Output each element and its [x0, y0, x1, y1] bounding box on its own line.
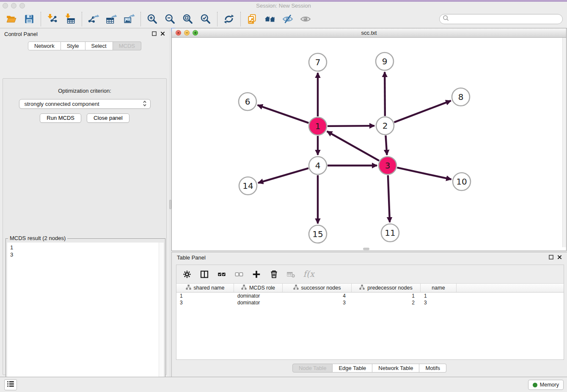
import-network-icon[interactable] [45, 12, 60, 26]
graph-edge-1-2[interactable] [328, 126, 374, 126]
table-settings-icon[interactable] [180, 267, 194, 282]
table-cell[interactable]: 2 [352, 300, 421, 306]
export-network-icon[interactable] [86, 12, 101, 26]
open-session-icon[interactable] [4, 12, 19, 26]
zoom-selected-icon[interactable] [198, 12, 213, 26]
network-window-title: scc.txt [361, 30, 377, 36]
tab-network[interactable]: Network [28, 41, 61, 50]
table-cell[interactable]: 3 [176, 300, 234, 306]
table-cell[interactable]: 1 [421, 293, 457, 299]
graph-edge-3-11[interactable] [388, 175, 390, 222]
graph-edge-2-9[interactable] [385, 72, 385, 116]
graph-edge-3-1[interactable] [327, 131, 379, 160]
float-panel-icon[interactable] [152, 31, 157, 37]
network-minimize-icon[interactable] [184, 30, 190, 36]
main-toolbar [0, 10, 567, 28]
toolbar-separator [240, 12, 241, 26]
tree-sort-icon [293, 284, 299, 291]
mcds-result-list[interactable]: 13 [7, 243, 164, 392]
toolbar-separator [217, 12, 217, 26]
column-header-predecessor-nodes[interactable]: predecessor nodes [352, 284, 421, 292]
delete-column-icon[interactable] [267, 267, 281, 282]
table-row[interactable]: 3dominator323 [176, 299, 564, 306]
column-header-shared-name[interactable]: shared name [176, 284, 234, 292]
tab-motifs[interactable]: Motifs [419, 364, 446, 373]
clone-network-icon[interactable] [245, 12, 259, 26]
show-graphics-details-icon[interactable] [298, 12, 313, 26]
import-table-icon[interactable] [63, 12, 77, 26]
graph-node-label: 7 [315, 57, 321, 67]
graph-edge-4-14[interactable] [258, 168, 308, 183]
tree-sort-icon [186, 284, 191, 291]
tab-node-table[interactable]: Node Table [292, 364, 333, 373]
network-horizontal-scrollbar[interactable] [363, 248, 369, 250]
add-column-icon[interactable] [249, 267, 264, 282]
close-table-panel-icon[interactable] [557, 254, 562, 261]
network-window-titlebar[interactable]: scc.txt [172, 28, 566, 38]
save-session-icon[interactable] [22, 12, 36, 26]
table-cell[interactable]: 1 [176, 293, 234, 299]
table-cell[interactable]: 4 [283, 293, 352, 299]
table-cell[interactable]: 3 [421, 300, 457, 306]
network-overview-icon[interactable] [263, 12, 277, 26]
zoom-out-icon[interactable] [163, 12, 177, 26]
graph-node-label: 3 [385, 160, 391, 171]
table-cell[interactable]: dominator [234, 293, 283, 299]
search-input[interactable] [449, 15, 560, 23]
graph-edge-2-3[interactable] [385, 135, 387, 155]
column-header-successor-nodes[interactable]: successor nodes [283, 284, 352, 292]
close-panel-icon[interactable] [160, 31, 165, 37]
table-toolbar: f(x) [176, 265, 564, 284]
mcds-result-node: 3 [7, 251, 164, 258]
hide-graphics-details-icon[interactable] [281, 12, 295, 26]
table-cell[interactable]: dominator [234, 300, 283, 306]
control-panel-tabs: NetworkStyleSelectMCDS [0, 41, 169, 50]
float-table-panel-icon[interactable] [549, 254, 553, 261]
mcds-result-scrollbar[interactable] [159, 243, 164, 392]
column-header-filler [457, 284, 564, 292]
list-icon [6, 379, 15, 390]
deselect-all-checks-icon[interactable] [232, 267, 246, 282]
export-image-icon[interactable] [122, 12, 136, 26]
control-panel: Control Panel NetworkStyleSelectMCDS Opt… [0, 29, 169, 377]
criterion-select[interactable]: strongly connected component [19, 99, 151, 109]
network-graph[interactable]: 7968124314101511 [172, 38, 566, 251]
run-mcds-button[interactable]: Run MCDS [40, 113, 81, 123]
zoom-fit-icon[interactable] [181, 12, 195, 26]
tab-network-table[interactable]: Network Table [372, 364, 419, 373]
network-canvas[interactable]: 7968124314101511 [172, 38, 566, 251]
network-close-icon[interactable] [176, 30, 181, 36]
memory-label: Memory [540, 382, 559, 388]
network-vertical-scrollbar[interactable] [562, 38, 566, 247]
column-header-name[interactable]: name [421, 284, 457, 292]
tab-mcds[interactable]: MCDS [113, 41, 141, 50]
select-all-checks-icon[interactable] [215, 267, 229, 282]
graph-edge-3-10[interactable] [397, 168, 451, 179]
toggle-panel-layout-icon[interactable] [197, 267, 212, 282]
apply-layout-icon[interactable] [222, 12, 236, 26]
network-maximize-icon[interactable] [193, 30, 198, 36]
optimization-criterion-label: Optimization criterion: [3, 88, 166, 94]
graph-node-label: 15 [312, 229, 323, 239]
export-table-icon[interactable] [104, 12, 118, 26]
table-row[interactable]: 1dominator411 [176, 293, 564, 299]
column-header-MCDS-role[interactable]: MCDS role [234, 284, 283, 292]
tab-style[interactable]: Style [61, 41, 85, 50]
search-field[interactable] [439, 14, 563, 24]
close-panel-button[interactable]: Close panel [87, 113, 129, 123]
zoom-in-icon[interactable] [145, 12, 160, 26]
graph-node-label: 8 [458, 92, 464, 102]
graph-edge-2-8[interactable] [394, 101, 451, 122]
function-builder-icon: f(x) [301, 267, 316, 282]
task-history-button[interactable] [4, 379, 17, 390]
app-titlebar: Session: New Session [0, 2, 567, 10]
table-cell[interactable]: 3 [283, 300, 352, 306]
memory-button[interactable]: Memory [528, 380, 564, 390]
table-cell[interactable]: 1 [352, 293, 421, 299]
graph-node-label: 4 [315, 160, 321, 171]
table-panel: Table Panel f(x) shared nameMCDS rolesuc… [171, 252, 567, 377]
tab-select[interactable]: Select [85, 41, 113, 50]
graph-edge-1-6[interactable] [258, 105, 309, 123]
toolbar-separator [140, 12, 141, 26]
tab-edge-table[interactable]: Edge Table [333, 364, 372, 373]
